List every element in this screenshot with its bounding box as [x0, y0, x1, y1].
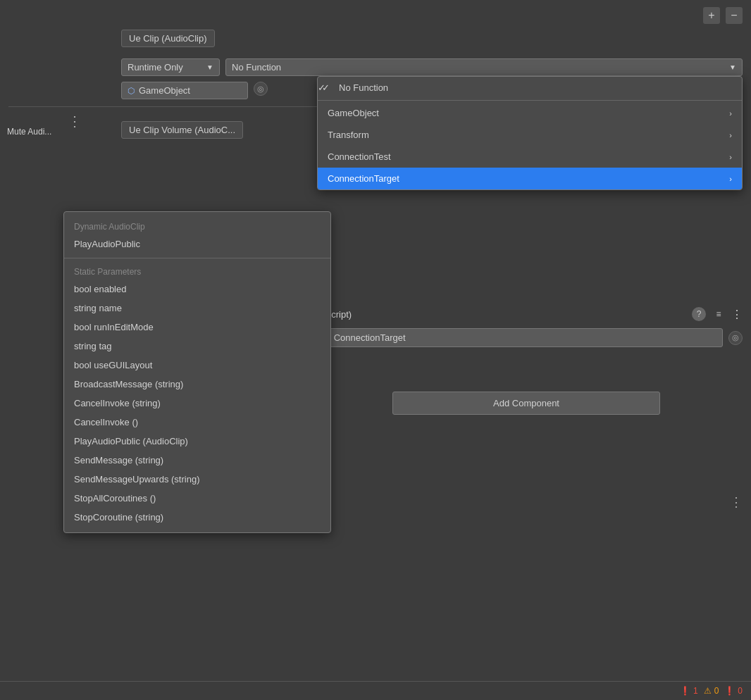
- bottom-bar: ❗ 1 ⚠ 0 ❗ 0: [0, 681, 751, 700]
- remove-button-top[interactable]: −: [726, 7, 743, 24]
- bool-runineditmode-item[interactable]: bool runInEditMode: [64, 318, 330, 337]
- error2-badge[interactable]: ❗ 0: [724, 686, 743, 696]
- connectiontarget-label: ConnectionTarget: [328, 173, 399, 184]
- connectiontest-label: ConnectionTest: [328, 151, 391, 162]
- error-icon: ❗: [680, 686, 690, 696]
- warning-icon: ⚠: [704, 686, 712, 696]
- checkmark-icon: ✓: [322, 82, 330, 93]
- connection-target-label: ConnectionTarget: [334, 332, 406, 343]
- clip-label: Ue Clip (AudioClip): [121, 30, 215, 47]
- gameobject-label: GameObject: [139, 85, 190, 96]
- clip-volume-label: Ue Clip Volume (AudioC...: [121, 121, 243, 139]
- menu-item-no-function[interactable]: ✓ No Function: [318, 77, 742, 99]
- cancelinvoke-string-item[interactable]: CancelInvoke (string): [64, 394, 330, 413]
- no-function-dropdown-menu: ✓ No Function GameObject › Transform › C…: [317, 76, 743, 190]
- string-name-item[interactable]: string name: [64, 299, 330, 318]
- add-component-button[interactable]: Add Component: [392, 392, 660, 415]
- help-icon[interactable]: ?: [692, 307, 706, 321]
- dynamic-audioclip-label: Dynamic AudioClip: [64, 218, 330, 235]
- string-tag-item[interactable]: string tag: [64, 337, 330, 356]
- no-function-label: No Function: [328, 82, 388, 93]
- gameobject-submenu-icon: ›: [729, 109, 732, 118]
- script-icons: ? ≡ ⋮: [692, 307, 743, 321]
- sliders-icon[interactable]: ≡: [712, 307, 726, 321]
- error2-count: 0: [738, 686, 743, 696]
- three-dots-icon[interactable]: ⋮: [68, 113, 82, 130]
- error-count: 1: [693, 686, 698, 696]
- left-dropdown: Dynamic AudioClip PlayAudioPublic Static…: [63, 211, 331, 533]
- function-chevron: ▼: [729, 63, 736, 71]
- warning-count: 0: [714, 686, 719, 696]
- function-label: No Function: [232, 62, 281, 73]
- playaudiopublic-audioclip-item[interactable]: PlayAudioPublic (AudioClip): [64, 432, 330, 451]
- page-wrapper: + − Ue Clip (AudioClip) Runtime Only ▼ N…: [0, 0, 751, 700]
- menu-item-transform[interactable]: Transform ›: [318, 124, 742, 146]
- stopallcoroutines-item[interactable]: StopAllCoroutines (): [64, 489, 330, 508]
- left-dropdown-separator: [64, 258, 330, 258]
- connectiontest-submenu-icon: ›: [729, 153, 732, 161]
- cancelinvoke-item[interactable]: CancelInvoke (): [64, 413, 330, 432]
- menu-item-connectiontest[interactable]: ConnectionTest ›: [318, 146, 742, 168]
- script-header: t (Script) ? ≡ ⋮: [317, 303, 743, 325]
- connection-target-select[interactable]: ◎: [728, 331, 743, 345]
- transform-submenu-icon: ›: [729, 131, 732, 139]
- gameobject-btn[interactable]: ⬡ GameObject: [121, 82, 248, 99]
- more-options-bottom-icon[interactable]: ⋮: [730, 494, 743, 510]
- transform-label: Transform: [328, 130, 369, 140]
- gameobject-icon: ⬡: [128, 86, 135, 96]
- gameobject-menu-label: GameObject: [328, 108, 379, 118]
- mute-label: Mute Audi...: [7, 127, 51, 137]
- error-badge[interactable]: ❗ 1: [680, 686, 698, 696]
- sendmessageupwards-item[interactable]: SendMessageUpwards (string): [64, 470, 330, 489]
- bool-enabled-item[interactable]: bool enabled: [64, 280, 330, 299]
- runtime-chevron: ▼: [206, 63, 213, 71]
- connectiontarget-submenu-icon: ›: [729, 175, 732, 183]
- broadcastmessage-item[interactable]: BroadcastMessage (string): [64, 375, 330, 394]
- stopcoroutine-item[interactable]: StopCoroutine (string): [64, 508, 330, 527]
- add-component-row: Add Component: [310, 380, 743, 426]
- connection-target-btn[interactable]: # ConnectionTarget: [317, 328, 723, 347]
- function-dropdown[interactable]: No Function ▼: [225, 58, 743, 76]
- script-section: t (Script) ? ≡ ⋮ # ConnectionTarget ◎: [317, 303, 743, 350]
- error2-icon: ❗: [724, 686, 735, 696]
- bool-useGUILayout-item[interactable]: bool useGUILayout: [64, 356, 330, 375]
- runtime-dropdown[interactable]: Runtime Only ▼: [121, 58, 220, 76]
- add-button-top[interactable]: +: [703, 7, 720, 24]
- play-audio-public-item[interactable]: PlayAudioPublic: [64, 235, 330, 254]
- runtime-label: Runtime Only: [128, 62, 183, 73]
- more-options-icon[interactable]: ⋮: [731, 308, 743, 321]
- sendmessage-item[interactable]: SendMessage (string): [64, 451, 330, 470]
- menu-item-connectiontarget[interactable]: ConnectionTarget ›: [318, 168, 742, 189]
- menu-separator-1: [318, 100, 742, 101]
- connection-target-row: # ConnectionTarget ◎: [317, 325, 743, 350]
- script-title: t (Script): [317, 309, 692, 320]
- static-parameters-label: Static Parameters: [64, 263, 330, 280]
- menu-item-gameobject[interactable]: GameObject ›: [318, 102, 742, 124]
- warning-badge[interactable]: ⚠ 0: [704, 686, 719, 696]
- gameobject-target-btn[interactable]: ◎: [254, 82, 268, 96]
